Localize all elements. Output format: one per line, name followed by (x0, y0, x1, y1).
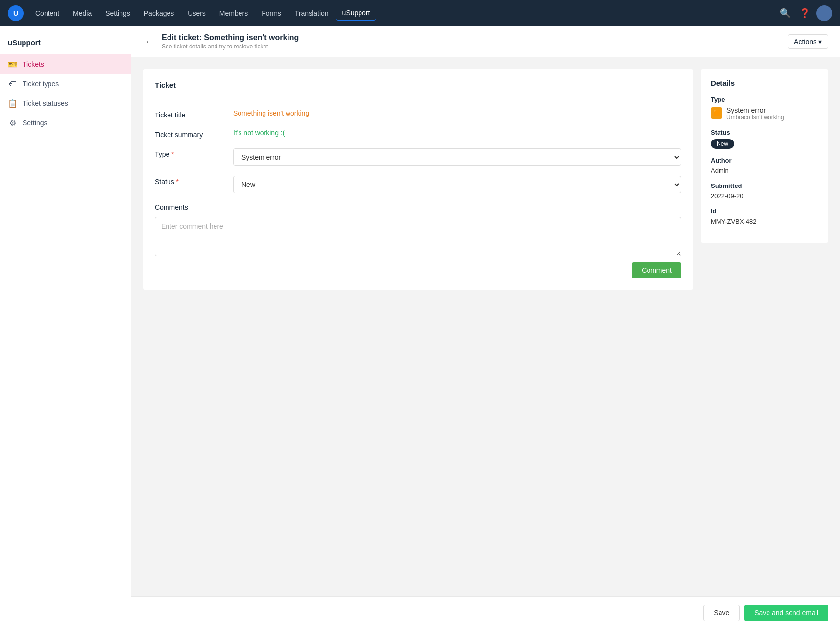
ticket-type-row: Type * System error Bug Feature request (155, 148, 681, 166)
page-header-text: Edit ticket: Something isen't working Se… (162, 33, 299, 50)
settings-icon: ⚙ (8, 118, 18, 128)
sidebar-item-ticket-types[interactable]: 🏷 Ticket types (0, 74, 131, 93)
ticket-status-select[interactable]: New In progress Resolved Closed (233, 176, 681, 193)
detail-id-value: MMY-ZVBX-482 (711, 218, 818, 225)
footer: Save Save and send email (131, 596, 840, 629)
sidebar-item-settings[interactable]: ⚙ Settings (0, 113, 131, 133)
ticket-status-row: Status * New In progress Resolved Closed (155, 176, 681, 193)
detail-submitted-label: Submitted (711, 182, 818, 189)
sidebar-item-ticket-types-label: Ticket types (23, 80, 59, 88)
comment-btn-row: Comment (155, 262, 681, 278)
sidebar-item-settings-label: Settings (23, 119, 48, 127)
type-name: System error (726, 106, 784, 114)
ticket-form-title: Ticket (155, 81, 681, 97)
ticket-type-label: Type * (155, 148, 233, 166)
type-sub: Umbraco isn't working (726, 114, 784, 121)
actions-chevron-icon: ▾ (818, 38, 822, 46)
page-title: Edit ticket: Something isen't working (162, 33, 299, 42)
ticket-summary-label: Ticket summary (155, 129, 233, 139)
tickets-icon: 🎫 (8, 59, 18, 69)
ticket-types-icon: 🏷 (8, 79, 18, 89)
page-header-left: ← Edit ticket: Something isen't working … (143, 33, 299, 50)
detail-author-label: Author (711, 157, 818, 164)
main-content: ← Edit ticket: Something isen't working … (131, 26, 840, 629)
app-body: uSupport 🎫 Tickets 🏷 Ticket types 📋 Tick… (0, 26, 840, 629)
ticket-title-value: Something isen't working (233, 109, 309, 117)
type-item: 🟧 System error Umbraco isn't working (711, 106, 818, 121)
comments-section: Comments Comment (155, 203, 681, 278)
details-panel: Details Type 🟧 System error Umbraco isn'… (701, 69, 828, 243)
ticket-form: Ticket Ticket title Something isen't wor… (143, 69, 693, 290)
app-logo[interactable]: U (8, 5, 24, 21)
detail-status-section: Status New (711, 129, 818, 149)
save-and-send-button[interactable]: Save and send email (744, 605, 828, 621)
nav-settings[interactable]: Settings (99, 6, 136, 20)
save-button[interactable]: Save (703, 605, 740, 621)
nav-packages[interactable]: Packages (138, 6, 180, 20)
page-header: ← Edit ticket: Something isen't working … (131, 26, 840, 57)
ticket-title-row: Ticket title Something isen't working (155, 109, 681, 119)
detail-submitted-section: Submitted 2022-09-20 (711, 182, 818, 200)
status-badge: New (711, 139, 734, 149)
detail-type-label: Type (711, 96, 818, 103)
search-icon[interactable]: 🔍 (777, 5, 793, 21)
ticket-summary-value: It's not working :( (233, 129, 285, 137)
detail-status-label: Status (711, 129, 818, 136)
comment-textarea[interactable] (155, 217, 681, 256)
user-avatar[interactable] (816, 5, 832, 21)
nav-media[interactable]: Media (67, 6, 97, 20)
actions-button[interactable]: Actions ▾ (788, 34, 828, 49)
nav-users[interactable]: Users (182, 6, 212, 20)
help-icon[interactable]: ❓ (797, 5, 813, 21)
sidebar-item-tickets[interactable]: 🎫 Tickets (0, 54, 131, 74)
content-area: Ticket Ticket title Something isen't wor… (131, 57, 840, 629)
detail-type-section: Type 🟧 System error Umbraco isn't workin… (711, 96, 818, 121)
details-title: Details (711, 79, 818, 87)
top-navigation: U Content Media Settings Packages Users … (0, 0, 840, 26)
nav-content[interactable]: Content (29, 6, 65, 20)
ticket-status-label: Status * (155, 176, 233, 193)
back-button[interactable]: ← (143, 35, 156, 49)
sidebar-item-ticket-statuses-label: Ticket statuses (23, 99, 68, 107)
sidebar-item-tickets-label: Tickets (23, 60, 44, 68)
ticket-statuses-icon: 📋 (8, 98, 18, 108)
ticket-summary-row: Ticket summary It's not working :( (155, 129, 681, 139)
ticket-type-select[interactable]: System error Bug Feature request (233, 148, 681, 166)
sidebar-title: uSupport (0, 34, 131, 54)
type-info: System error Umbraco isn't working (726, 106, 784, 121)
type-icon: 🟧 (711, 107, 722, 119)
sidebar-item-ticket-statuses[interactable]: 📋 Ticket statuses (0, 93, 131, 113)
nav-translation[interactable]: Translation (289, 6, 335, 20)
detail-author-value: Admin (711, 167, 818, 174)
nav-usupport[interactable]: uSupport (336, 6, 376, 21)
detail-id-label: Id (711, 208, 818, 215)
nav-members[interactable]: Members (214, 6, 254, 20)
comment-button[interactable]: Comment (632, 262, 681, 278)
ticket-title-label: Ticket title (155, 109, 233, 119)
actions-label: Actions (794, 38, 816, 46)
comments-label: Comments (155, 203, 681, 211)
nav-forms[interactable]: Forms (256, 6, 287, 20)
detail-submitted-value: 2022-09-20 (711, 192, 818, 200)
page-subtitle: See ticket details and try to reslove ti… (162, 43, 299, 50)
sidebar: uSupport 🎫 Tickets 🏷 Ticket types 📋 Tick… (0, 26, 131, 629)
detail-author-section: Author Admin (711, 157, 818, 174)
detail-id-section: Id MMY-ZVBX-482 (711, 208, 818, 225)
